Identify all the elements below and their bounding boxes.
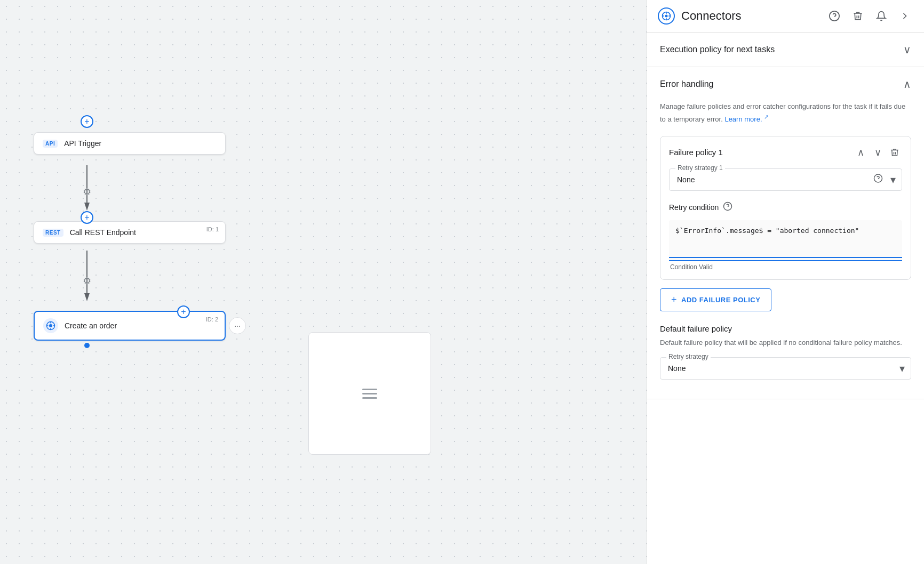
add-plus-icon: + <box>671 294 677 305</box>
learn-more-link[interactable]: Learn more. ↗ <box>724 115 769 123</box>
add-failure-policy-button[interactable]: + ADD FAILURE POLICY <box>660 288 771 311</box>
default-retry-strategy-select[interactable]: None <box>660 357 911 380</box>
error-handling-section: Error handling ∧ Manage failure policies… <box>647 67 924 399</box>
external-link-icon: ↗ <box>764 114 769 120</box>
retry-strategy-label: Retry strategy 1 <box>675 164 725 172</box>
execution-policy-chevron: ∨ <box>903 43 911 56</box>
panel-header: Connectors <box>647 0 924 33</box>
policy-actions: ∧ ∨ <box>853 145 902 160</box>
retry-condition-input-area: $`ErrorInfo`.message$ = "aborted connect… <box>669 220 902 261</box>
panel-collapse-button[interactable] <box>896 7 913 25</box>
workflow-canvas[interactable]: + API API Trigger ⚙ + REST Call REST End… <box>0 0 647 564</box>
plus-icon-3: + <box>181 307 186 317</box>
add-failure-policy-label: ADD FAILURE POLICY <box>681 296 760 304</box>
add-before-api-button[interactable]: + <box>81 115 93 128</box>
panel-help-button[interactable] <box>826 7 843 25</box>
condition-valid-text: Condition Valid <box>669 263 902 271</box>
plus-icon-2: + <box>84 213 89 222</box>
panel-notification-button[interactable] <box>873 7 890 25</box>
execution-policy-title: Execution policy for next tasks <box>660 45 775 54</box>
rest-endpoint-node[interactable]: REST Call REST Endpoint ID: 1 <box>34 221 226 244</box>
error-handling-title: Error handling <box>660 79 714 89</box>
default-retry-strategy-label: Retry strategy <box>666 353 711 360</box>
rest-label: Call REST Endpoint <box>70 228 136 237</box>
default-policy-desc: Default failure policy that will be appl… <box>660 337 911 349</box>
svg-marker-2 <box>84 203 90 211</box>
error-handling-body: Manage failure policies and error catche… <box>647 101 924 399</box>
default-policy-title: Default failure policy <box>660 324 911 333</box>
panel-connector-icon <box>658 7 675 25</box>
plus-icon: + <box>84 117 89 126</box>
add-between-2-button[interactable]: + <box>177 305 190 318</box>
error-handling-header[interactable]: Error handling ∧ <box>647 67 924 101</box>
retry-condition-help-icon[interactable] <box>723 202 732 214</box>
menu-lines-icon <box>362 389 377 399</box>
error-handling-desc: Manage failure policies and error catche… <box>660 101 911 125</box>
policy-move-up-button[interactable]: ∧ <box>853 145 868 160</box>
panel-title: Connectors <box>681 9 819 23</box>
execution-policy-section: Execution policy for next tasks ∨ <box>647 33 924 67</box>
api-trigger-label: API Trigger <box>64 139 101 148</box>
connection-lines <box>0 0 647 564</box>
svg-marker-3 <box>84 293 90 301</box>
gear-icon-1[interactable]: ⚙ <box>83 186 91 198</box>
create-order-node-id: ID: 2 <box>206 316 218 323</box>
failure-policy-1-header: Failure policy 1 ∧ ∨ <box>669 145 902 160</box>
default-retry-strategy-field: Retry strategy None ▾ <box>660 357 911 380</box>
add-between-1-button[interactable]: + <box>81 211 93 224</box>
panel-header-actions <box>826 7 913 25</box>
retry-condition-label: Retry condition <box>669 203 719 212</box>
create-order-node[interactable]: Create an order ID: 2 ··· <box>34 311 226 341</box>
create-order-label: Create an order <box>65 321 117 330</box>
api-badge: API <box>43 140 58 148</box>
execution-policy-header[interactable]: Execution policy for next tasks ∨ <box>647 33 924 67</box>
policy-delete-button[interactable] <box>887 145 902 160</box>
panel-body[interactable]: Execution policy for next tasks ∨ Error … <box>647 33 924 564</box>
api-trigger-node[interactable]: API API Trigger <box>34 132 226 155</box>
policy-move-down-button[interactable]: ∨ <box>870 145 885 160</box>
floating-card <box>308 332 431 455</box>
retry-condition-textarea[interactable]: $`ErrorInfo`.message$ = "aborted connect… <box>669 220 902 258</box>
more-options-button[interactable]: ··· <box>229 317 246 334</box>
bottom-connector-dot <box>84 343 90 348</box>
right-panel: Connectors <box>647 0 924 564</box>
default-policy-section: Default failure policy Default failure p… <box>660 324 911 380</box>
failure-policy-1-title: Failure policy 1 <box>669 148 723 157</box>
retry-strategy-help-icon[interactable] <box>873 173 883 186</box>
rest-badge: REST <box>43 229 63 237</box>
failure-policy-1-card: Failure policy 1 ∧ ∨ <box>660 136 911 280</box>
gear-icon-2[interactable]: ⚙ <box>83 275 91 287</box>
svg-point-5 <box>49 324 52 327</box>
svg-point-11 <box>665 15 668 18</box>
error-handling-chevron: ∧ <box>903 78 911 91</box>
connector-node-icon <box>43 318 58 333</box>
more-dots-icon: ··· <box>234 321 241 330</box>
panel-delete-button[interactable] <box>849 7 866 25</box>
rest-node-id: ID: 1 <box>206 226 219 232</box>
retry-strategy-field: Retry strategy 1 None Fixed interval Lin… <box>669 168 902 191</box>
retry-strategy-select[interactable]: None Fixed interval Linear backoff Expon… <box>669 168 902 191</box>
retry-condition-header: Retry condition <box>669 202 902 214</box>
